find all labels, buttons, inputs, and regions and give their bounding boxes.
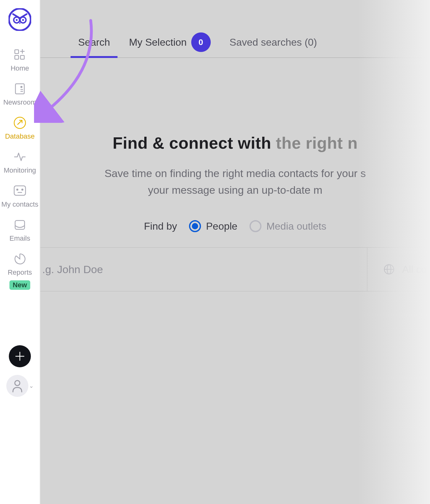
search-row: All co	[40, 247, 430, 291]
tab-my-selection[interactable]: My Selection 0	[129, 27, 210, 57]
home-icon	[13, 48, 27, 62]
svg-rect-5	[15, 50, 19, 54]
sidebar-item-database[interactable]: Database	[5, 116, 35, 140]
radio-label: Media outlets	[267, 220, 326, 232]
sidebar-item-home[interactable]: Home	[11, 48, 29, 72]
find-by-label: Find by	[144, 220, 177, 232]
contacts-icon	[13, 184, 27, 198]
app-logo	[9, 8, 31, 31]
sidebar-item-label: Emails	[9, 234, 30, 243]
chevron-down-icon: ⌄	[29, 382, 34, 389]
svg-rect-19	[15, 220, 25, 229]
tab-label: My Selection	[129, 37, 186, 48]
svg-rect-6	[15, 55, 19, 59]
sidebar-item-label: Reports	[8, 268, 32, 277]
svg-rect-15	[14, 186, 26, 195]
add-button[interactable]	[9, 345, 31, 367]
radio-label: People	[206, 220, 238, 232]
selection-count-badge: 0	[191, 32, 211, 52]
radio-people[interactable]: People	[189, 220, 238, 232]
sidebar-item-label: My contacts	[1, 200, 38, 209]
country-label: All co	[402, 264, 427, 275]
svg-point-16	[17, 189, 18, 190]
user-menu[interactable]: ⌄	[6, 375, 34, 397]
country-selector[interactable]: All co	[367, 248, 430, 291]
tab-bar: Search My Selection 0 Saved searches (0)	[40, 27, 430, 58]
tab-saved-searches[interactable]: Saved searches (0)	[230, 27, 317, 57]
radio-icon	[189, 220, 201, 232]
sidebar-item-emails[interactable]: Emails	[9, 218, 30, 243]
sidebar-item-my-contacts[interactable]: My contacts	[1, 184, 38, 209]
reports-icon	[13, 252, 27, 266]
svg-rect-10	[15, 84, 24, 94]
sidebar-item-reports[interactable]: Reports New	[8, 252, 32, 290]
sidebar-item-label: Home	[11, 64, 29, 72]
tab-search[interactable]: Search	[78, 27, 110, 57]
monitoring-icon	[13, 150, 27, 164]
plus-icon	[14, 351, 25, 362]
search-input[interactable]	[40, 248, 367, 291]
globe-icon	[383, 263, 395, 275]
hero-section: Find & connect with the right n Save tim…	[40, 134, 430, 198]
radio-media-outlets[interactable]: Media outlets	[249, 220, 326, 232]
svg-point-22	[15, 381, 20, 386]
svg-rect-7	[20, 55, 24, 59]
sidebar-item-newsroom[interactable]: Newsroom	[3, 82, 36, 106]
newsroom-icon	[13, 82, 27, 96]
tab-label: Saved searches (0)	[230, 37, 317, 48]
sidebar-item-monitoring[interactable]: Monitoring	[4, 150, 36, 175]
page-subtitle: Save time on finding the right media con…	[40, 165, 430, 198]
main-content: Search My Selection 0 Saved searches (0)…	[40, 0, 430, 504]
svg-point-4	[22, 19, 24, 21]
svg-point-17	[22, 189, 23, 190]
sidebar-item-label: Monitoring	[4, 166, 36, 175]
tab-label: Search	[78, 37, 110, 48]
sidebar: Home Newsroom Database Monitorin	[0, 0, 40, 504]
find-by-group: Find by People Media outlets	[40, 220, 430, 232]
page-title: Find & connect with the right n	[40, 134, 430, 152]
sidebar-item-label: Newsroom	[3, 98, 36, 106]
sidebar-item-label: Database	[5, 132, 35, 140]
svg-point-11	[21, 86, 22, 88]
radio-icon	[249, 220, 261, 232]
database-icon	[13, 116, 27, 130]
svg-point-3	[16, 19, 18, 21]
new-badge: New	[9, 280, 30, 290]
avatar-icon	[6, 375, 28, 397]
emails-icon	[13, 218, 27, 232]
